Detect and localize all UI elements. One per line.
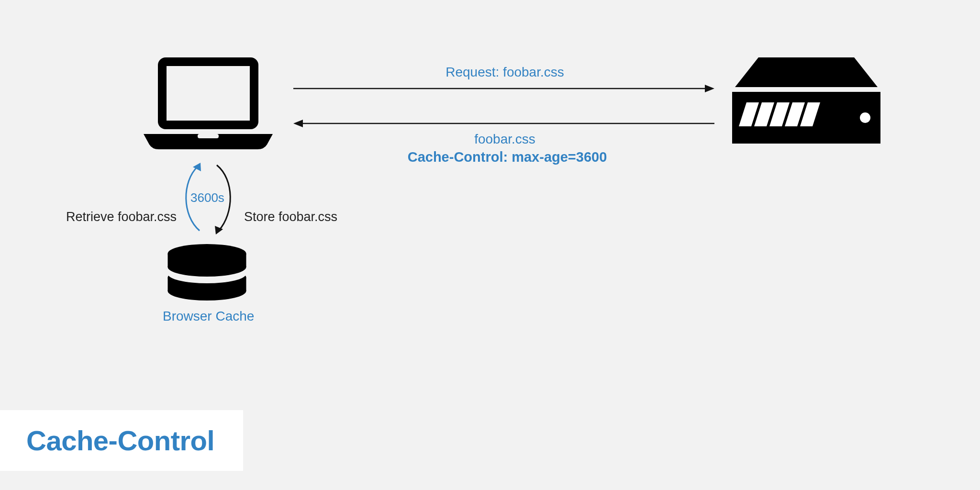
request-label: Request: foobar.css bbox=[354, 65, 656, 80]
disk-cache-icon bbox=[165, 244, 249, 301]
request-arrow bbox=[293, 84, 714, 93]
svg-point-13 bbox=[168, 244, 246, 263]
svg-point-4 bbox=[860, 112, 870, 123]
response-header-label: Cache-Control: max-age=3600 bbox=[311, 149, 703, 165]
diagram-title: Cache-Control bbox=[26, 424, 214, 457]
ttl-label: 3600s bbox=[190, 190, 224, 205]
svg-rect-1 bbox=[167, 66, 250, 121]
response-file-label: foobar.css bbox=[354, 132, 656, 147]
svg-rect-2 bbox=[198, 134, 219, 138]
laptop-icon bbox=[144, 57, 273, 153]
cache-label: Browser Cache bbox=[163, 309, 254, 324]
store-label: Store foobar.css bbox=[244, 210, 337, 224]
retrieve-label: Retrieve foobar.css bbox=[66, 210, 177, 224]
diagram-canvas: Request: foobar.css foobar.css Cache-Con… bbox=[0, 0, 980, 490]
server-icon bbox=[732, 57, 880, 148]
response-arrow bbox=[293, 119, 714, 128]
title-box: Cache-Control bbox=[0, 410, 243, 471]
